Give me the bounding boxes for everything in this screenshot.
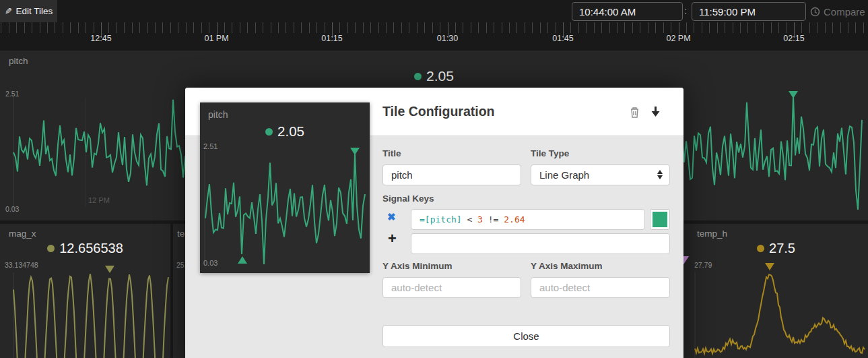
ruler-tick [832,22,833,33]
ruler-tick [509,22,510,33]
ruler-tick [601,22,602,33]
tile-temp-h[interactable]: temp_h 27.5 27.79 [684,224,868,358]
tile-type-value: Line Graph [539,169,589,181]
clock-icon [810,7,820,17]
ruler-tick [401,22,402,33]
ruler-tick [771,22,772,33]
ruler-tick [740,22,741,33]
signal-color-swatch-inner [653,212,667,227]
ruler-tick [686,22,687,33]
tile-type-select[interactable]: Line Graph [531,165,670,185]
ruler-tick [540,22,541,33]
tile-te-partial[interactable]: te 25. [173,224,185,358]
ruler-tick [86,22,86,33]
ruler-tick [378,22,379,33]
tile-title: pitch [208,109,228,120]
ruler-tick [609,22,610,33]
ruler-tick [725,22,725,33]
y-axis-min-input[interactable] [382,277,521,298]
tile-title: pitch [9,56,28,66]
ruler-time-label: 01:30 [437,34,458,43]
time-separator: : [684,5,687,16]
compare-label: Compare [824,6,865,18]
ruler-tick [671,22,671,33]
edit-tiles-label: Edit Tiles [16,6,53,16]
download-arrow-icon[interactable] [650,106,661,118]
modal-title: Tile Configuration [382,104,494,119]
ruler-tick [648,22,648,33]
y-max-label: 2.51 [5,90,19,98]
ruler-tick [801,22,802,33]
ruler-tick [339,22,340,33]
ruler-tick [240,22,240,33]
ruler-tick [632,22,633,33]
ruler-tick [717,22,718,33]
signal-keys-label: Signal Keys [382,193,434,204]
y-axis-max-input[interactable] [531,277,670,298]
ruler-tick [455,22,456,33]
ruler-tick [263,22,263,33]
ruler-tick [347,22,348,33]
current-value: 2.05 [0,68,868,84]
ruler-tick [787,22,787,33]
add-signal-icon[interactable]: + [388,231,397,246]
ruler-time-label: 01 PM [204,34,228,43]
y-min-label: 0.03 [5,205,19,213]
signal-color-swatch[interactable] [650,209,670,230]
ruler-tick [733,22,733,33]
y-axis-min-label: Y Axis Minimum [382,261,453,271]
ruler-tick [702,22,702,33]
ruler-tick [386,22,387,33]
ruler-tick [578,22,579,33]
ruler-tick [516,22,517,33]
ruler-tick [316,22,317,33]
timeline-ruler[interactable]: 12:4501 PM01:1501:3001:4502 PM02:15 [0,22,868,51]
start-time-input[interactable] [572,2,683,21]
remove-signal-icon[interactable]: ✖ [387,211,396,223]
tile-type-label: Tile Type [531,148,569,158]
ruler-tick [278,22,279,33]
ruler-tick [486,22,487,33]
ruler-tick [40,22,40,33]
tile-title: mag_x [9,229,36,239]
ruler-tick [594,22,595,33]
ruler-tick [363,22,364,33]
ruler-tick [463,22,463,33]
gridline-time-label: 12 PM [88,196,110,204]
compare-button[interactable]: Compare [810,4,865,19]
ruler-tick [417,22,418,33]
ruler-time-label: 12:45 [90,34,111,43]
signal-key-expression-input[interactable]: =[pitch] < 3 != 2.64 [411,209,645,230]
ruler-tick [147,22,148,33]
ruler-time-label: 01:45 [552,34,573,43]
ruler-tick [255,22,256,33]
edit-tiles-button[interactable]: ✎ Edit Tiles [0,0,57,22]
ruler-tick [525,22,525,33]
y-axis-max-label: Y Axis Maximum [531,261,603,271]
tile-mag-x[interactable]: mag_x 12.656538 33.134748 [0,224,170,358]
ruler-tick [32,22,32,33]
ruler-tick [78,22,79,33]
ruler-tick [502,22,502,33]
ruler-tick [694,22,694,33]
ruler-tick [440,22,440,33]
ruler-tick [232,22,232,33]
ruler-tick [70,22,71,33]
ruler-tick [586,22,587,33]
ruler-tick [139,22,140,33]
ruler-tick [547,22,548,33]
title-input[interactable] [382,165,521,185]
current-value: 2.05 [200,123,370,140]
value-dot [757,245,764,252]
ruler-tick [570,22,571,33]
end-time-input[interactable] [692,2,806,21]
current-value: 12.656538 [0,241,170,256]
current-value: 27.5 [684,241,868,256]
trash-icon[interactable] [629,106,640,119]
close-button[interactable]: Close [382,325,670,347]
ruler-tick [556,22,556,33]
tile-configuration-modal: Tile Configuration pitch 2.05 2.51 0.03 … [185,88,683,358]
new-signal-key-input[interactable] [411,233,670,254]
ruler-tick [9,22,9,33]
ruler-tick [108,22,109,33]
